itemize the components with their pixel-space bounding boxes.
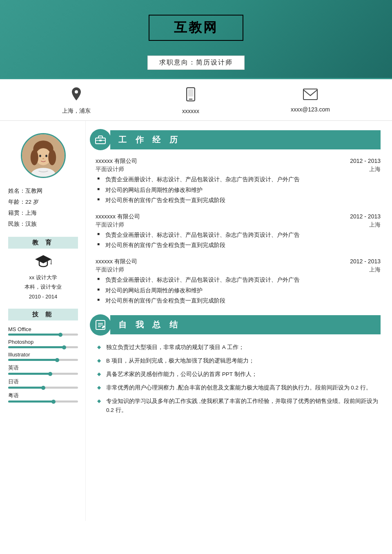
work-bullet: 对公司的网站后台周期性的修改和维护	[97, 186, 381, 195]
avatar	[21, 133, 66, 178]
svg-rect-2	[188, 89, 194, 96]
title-box: 互教网	[149, 15, 243, 41]
skill-name: Illustrator	[8, 352, 78, 358]
skill-dot	[58, 333, 62, 337]
work-sub-row: 平面设计师 上海	[96, 221, 381, 229]
site-title: 互教网	[174, 19, 218, 37]
work-bullet: 负责企业画册设计、标志设计、产品包装设计、杂志广告跨页设计、户外广告	[97, 231, 381, 240]
work-bullet: 对公司的网站后台周期性的修改和维护	[97, 286, 381, 295]
work-title: 平面设计师	[96, 221, 124, 229]
work-entry: xxxxxx 有限公司 2012 - 2013 平面设计师 上海 负责企业画册设…	[96, 258, 381, 305]
work-date: 2012 - 2013	[350, 258, 381, 265]
skills-list: MS Office Photoshop Illustrator 英语 日语 粤语	[8, 326, 78, 403]
phone-icon	[185, 87, 196, 105]
skill-dot	[41, 386, 45, 390]
summary-section-title: 自 我 总 结	[118, 320, 181, 329]
skill-item: 粤语	[8, 392, 78, 403]
work-sub-row: 平面设计师 上海	[96, 166, 381, 173]
skill-name: 粤语	[8, 392, 78, 399]
skill-dot	[62, 345, 66, 349]
work-bullet-list: 负责企业画册设计、标志设计、产品包装设计、杂志广告跨页设计、户外广告对公司所有的…	[96, 231, 381, 250]
skill-dot	[48, 372, 52, 376]
work-company: xxxxxxx 有限公司	[96, 213, 140, 220]
work-header-row: xxxxxx 有限公司 2012 - 2013	[96, 158, 381, 165]
avatar-wrap	[8, 133, 78, 178]
skill-fill	[8, 346, 64, 348]
hometown-label: 籍贯：上海	[8, 207, 78, 218]
ethnicity-label: 民族：汉族	[8, 218, 78, 229]
skill-item: 英语	[8, 364, 78, 375]
skill-bar	[8, 346, 78, 348]
svg-rect-1	[189, 99, 193, 100]
work-entry: xxxxxxx 有限公司 2012 - 2013 平面设计师 上海 负责企业画册…	[96, 213, 381, 250]
contact-location: 上海，浦东	[62, 87, 91, 115]
job-target: 求职意向：简历设计师	[159, 58, 233, 67]
personal-info: 姓名：互教网 年龄：22 岁 籍贯：上海 民族：汉族	[8, 185, 78, 229]
skill-item: Illustrator	[8, 352, 78, 361]
briefcase-icon	[90, 129, 111, 150]
degree: 本科，设计专业	[8, 282, 78, 291]
svg-point-7	[30, 150, 38, 165]
svg-point-15	[51, 263, 51, 265]
skill-name: Photoshop	[8, 339, 78, 345]
skill-fill	[8, 334, 60, 336]
work-bullet: 对公司所有的宣传广告全程负责一直到完成阶段	[97, 296, 381, 305]
summary-section-header: 自 我 总 结	[90, 314, 381, 336]
work-location: 上海	[369, 221, 381, 229]
sidebar: 姓名：互教网 年龄：22 岁 籍贯：上海 民族：汉族 教 育 xx 设计大学 本…	[0, 121, 86, 521]
email-text: xxxx@123.com	[291, 106, 330, 113]
work-entry: xxxxxx 有限公司 2012 - 2013 平面设计师 上海 负责企业画册设…	[96, 158, 381, 205]
skill-bar	[8, 334, 78, 336]
skill-dot	[55, 358, 59, 362]
skill-fill	[8, 359, 57, 361]
summary-item: 专业知识的学习以及多年的工作实践 ,使我积累了丰富的工作经验，并取得了优秀的销售…	[97, 397, 381, 416]
skill-name: MS Office	[8, 326, 78, 332]
work-bullet: 负责企业画册设计、标志设计、产品包装设计、杂志广告跨页设计、户外广告	[97, 175, 381, 184]
subtitle-box: 求职意向：简历设计师	[147, 56, 245, 70]
summary-item: 非常优秀的用户心理洞察力 ,配合丰富的创意及文案能力极大地提高了我的执行力。段前…	[97, 383, 381, 393]
work-date: 2012 - 2013	[350, 158, 381, 164]
work-title-bar: 工 作 经 历	[110, 130, 381, 149]
svg-rect-3	[303, 89, 317, 100]
age-label: 年龄：22 岁	[8, 196, 78, 207]
content-area: 工 作 经 历 xxxxxx 有限公司 2012 - 2013 平面设计师 上海…	[86, 121, 392, 521]
work-section-header: 工 作 经 历	[90, 129, 381, 150]
university-name: xx 设计大学	[8, 273, 78, 282]
work-bullet-list: 负责企业画册设计、标志设计、产品包装设计、杂志广告跨页设计、户外广告对公司的网站…	[96, 175, 381, 205]
work-sub-row: 平面设计师 上海	[96, 266, 381, 274]
education-section-label: 教 育	[8, 237, 78, 249]
work-header-row: xxxxxxx 有限公司 2012 - 2013	[96, 213, 381, 220]
work-entries: xxxxxx 有限公司 2012 - 2013 平面设计师 上海 负责企业画册设…	[96, 158, 381, 305]
header: 互教网 求职意向：简历设计师	[0, 0, 392, 78]
work-company: xxxxxx 有限公司	[96, 258, 137, 265]
skill-item: 日语	[8, 378, 78, 389]
skill-fill	[8, 373, 50, 375]
svg-point-10	[45, 155, 47, 157]
skill-bar	[8, 387, 78, 389]
summary-item: 具备艺术家的灵感创作能力，公司公认的首席 PPT 制作人；	[97, 370, 381, 379]
svg-point-8	[48, 150, 56, 165]
location-text: 上海，浦东	[62, 107, 91, 115]
contact-phone: xxxxxx	[182, 87, 199, 114]
contact-bar: 上海，浦东 xxxxxx xxxx@123.com	[0, 78, 392, 121]
work-bullet: 对公司所有的宣传广告全程负责一直到完成阶段	[97, 241, 381, 250]
skill-bar	[8, 400, 78, 403]
work-header-row: xxxxxx 有限公司 2012 - 2013	[96, 258, 381, 265]
skill-bar	[8, 373, 78, 375]
work-section-title: 工 作 经 历	[118, 135, 181, 144]
svg-rect-18	[99, 140, 102, 141]
svg-marker-13	[35, 255, 51, 263]
graduation-icon	[8, 254, 78, 270]
email-icon	[303, 89, 318, 103]
work-bullet-list: 负责企业画册设计、标志设计、产品包装设计、杂志广告跨页设计、户外广告对公司的网站…	[96, 276, 381, 305]
edit-icon	[90, 314, 111, 336]
skill-fill	[8, 400, 53, 403]
skill-name: 日语	[8, 378, 78, 385]
phone-text: xxxxxx	[182, 108, 199, 114]
summary-list: 独立负责过大型项目，非常成功的规划了项目 A 工作；B 项目，从开始到完成，极大…	[96, 343, 381, 416]
work-title: 平面设计师	[96, 166, 124, 173]
skills-section-label: 技 能	[8, 309, 78, 320]
location-icon	[70, 87, 82, 104]
summary-item: B 项目，从开始到完成，极大地加强了我的逻辑思考能力；	[97, 356, 381, 366]
skill-item: MS Office	[8, 326, 78, 336]
